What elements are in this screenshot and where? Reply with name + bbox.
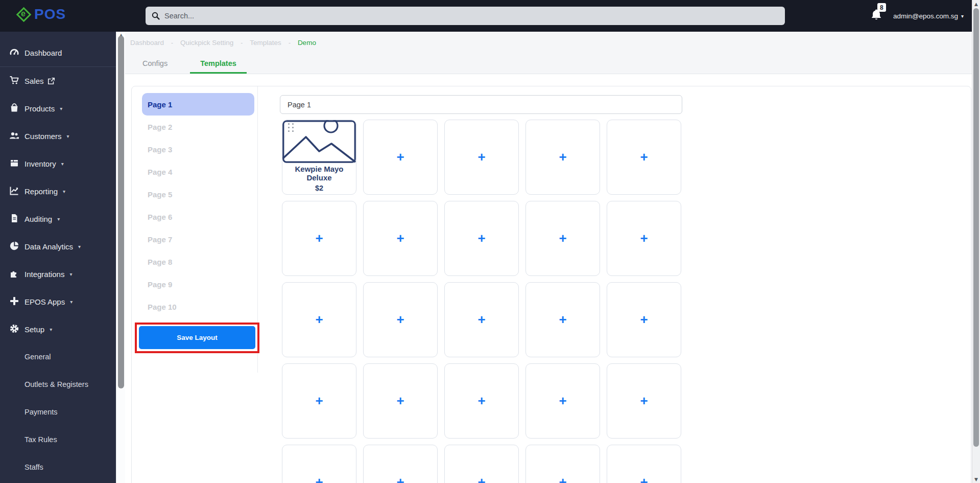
chart-icon (9, 186, 20, 197)
page-name-input[interactable] (280, 95, 682, 114)
empty-tile-add[interactable]: + (363, 201, 438, 276)
page-list-item-4[interactable]: Page 4 (142, 160, 254, 183)
breadcrumb-item-quickpick-setting[interactable]: Quickpick Setting (180, 39, 233, 47)
empty-tile-add[interactable]: + (444, 282, 519, 357)
sidebar-item-label: Auditing (25, 215, 52, 223)
sidebar-nav: DashboardSalesProducts▾Customers▾Invento… (0, 32, 116, 483)
sidebar-item-label: Setup (25, 325, 44, 334)
empty-tile-add[interactable]: + (607, 445, 681, 483)
search-input[interactable] (164, 12, 779, 20)
sidebar-item-epos-apps[interactable]: EPOS Apps▾ (0, 288, 116, 315)
sidebar-item-auditing[interactable]: Auditing▾ (0, 205, 116, 233)
chevron-down-icon: ▾ (63, 189, 65, 194)
chevron-down-icon: ▾ (69, 271, 72, 277)
empty-tile-add[interactable]: + (607, 120, 681, 195)
browser-scrollbar[interactable]: ▲ ▼ (972, 0, 980, 483)
sidebar-item-sales[interactable]: Sales (0, 67, 116, 95)
sidebar-item-setup[interactable]: Setup▾ (0, 315, 116, 343)
page-list-item-3[interactable]: Page 3 (142, 138, 254, 160)
browser-scrollbar-thumb[interactable] (973, 8, 979, 447)
add-plus-icon: + (526, 201, 600, 275)
scrollbar-up-arrow-icon[interactable]: ▲ (972, 2, 980, 7)
empty-tile-add[interactable]: + (363, 120, 438, 195)
sidebar-subitem-staffs[interactable]: Staffs (0, 453, 116, 481)
empty-tile-add[interactable]: + (363, 445, 438, 483)
breadcrumb-item-templates[interactable]: Templates (250, 39, 281, 47)
empty-tile-add[interactable]: + (444, 120, 519, 195)
page-list-item-7[interactable]: Page 7 (142, 228, 254, 250)
add-plus-icon: + (282, 201, 356, 275)
chevron-down-icon: ▾ (61, 161, 64, 167)
empty-tile-add[interactable]: + (444, 201, 519, 276)
add-plus-icon: + (364, 445, 437, 483)
user-account-menu[interactable]: admin@epos.com.sg ▾ (893, 12, 964, 20)
product-tile[interactable]: Kewpie Mayo Deluxe $2 (282, 120, 356, 195)
empty-tile-add[interactable]: + (525, 282, 600, 357)
add-plus-icon: + (364, 120, 437, 194)
page-list-item-10[interactable]: Page 10 (142, 295, 254, 318)
sidebar-subitem-general[interactable]: General (0, 343, 116, 371)
page-list-item-8[interactable]: Page 8 (142, 250, 254, 273)
sidebar-item-data-analytics[interactable]: Data Analytics▾ (0, 233, 116, 260)
empty-tile-add[interactable]: + (525, 201, 600, 276)
empty-tile-add[interactable]: + (525, 445, 600, 483)
empty-tile-add[interactable]: + (607, 201, 681, 276)
sidebar-item-dashboard[interactable]: Dashboard (0, 39, 116, 66)
empty-tile-add[interactable]: + (607, 363, 681, 439)
epos-logo[interactable]: e POS (18, 7, 66, 21)
tab-configs[interactable]: Configs (132, 54, 178, 74)
sidebar-item-reporting[interactable]: Reporting▾ (0, 177, 116, 205)
add-plus-icon: + (526, 120, 600, 194)
add-plus-icon: + (526, 283, 600, 357)
sidebar-item-integrations[interactable]: Integrations▾ (0, 260, 116, 288)
tab-templates[interactable]: Templates (190, 54, 247, 74)
sidebar-item-products[interactable]: Products▾ (0, 95, 116, 122)
sidebar-subitem-outlets-registers[interactable]: Outlets & Registers (0, 371, 116, 398)
add-plus-icon: + (526, 364, 600, 438)
sidebar-item-label: EPOS Apps (25, 297, 65, 306)
add-plus-icon: + (282, 364, 356, 438)
content-scrollbar[interactable]: ▲ (116, 32, 125, 483)
empty-tile-add[interactable]: + (525, 363, 600, 439)
sidebar-item-label: Data Analytics (25, 242, 73, 251)
add-plus-icon: + (445, 445, 518, 483)
tab-bar: ConfigsTemplates (125, 54, 247, 74)
empty-tile-add[interactable]: + (444, 363, 519, 439)
page-list-item-5[interactable]: Page 5 (142, 183, 254, 205)
sidebar-subitem-label: Outlets & Registers (25, 380, 88, 388)
page-list-item-1[interactable]: Page 1 (142, 93, 254, 116)
empty-tile-add[interactable]: + (525, 120, 600, 195)
content-scrollbar-thumb[interactable] (118, 36, 124, 388)
save-layout-button[interactable]: Save Layout (139, 326, 255, 349)
global-search[interactable] (146, 7, 785, 25)
sidebar-subitem-label: General (25, 353, 51, 361)
sidebar-subitem-payments[interactable]: Payments (0, 398, 116, 426)
sidebar-item-customers[interactable]: Customers▾ (0, 122, 116, 150)
page-list-item-2[interactable]: Page 2 (142, 116, 254, 138)
empty-tile-add[interactable]: + (363, 282, 438, 357)
sidebar-subitem-label: Staffs (25, 463, 43, 471)
page-list-item-6[interactable]: Page 6 (142, 205, 254, 228)
sidebar-subitem-tax-rules[interactable]: Tax Rules (0, 426, 116, 453)
add-plus-icon: + (282, 445, 356, 483)
empty-tile-add[interactable]: + (282, 282, 356, 357)
sidebar-subitem-label: Payments (25, 408, 57, 416)
empty-tile-add[interactable]: + (607, 282, 681, 357)
page-list-item-9[interactable]: Page 9 (142, 273, 254, 295)
add-plus-icon: + (364, 364, 437, 438)
dashboard-icon (9, 47, 20, 59)
drag-handle-icon[interactable] (288, 123, 294, 132)
empty-tile-add[interactable]: + (282, 363, 356, 439)
sidebar-item-inventory[interactable]: Inventory▾ (0, 150, 116, 177)
breadcrumb-separator: - (171, 39, 173, 47)
quickpick-templates-page: e POS 8 admin@epos.com.sg ▾ D (0, 0, 980, 483)
breadcrumb-item-dashboard[interactable]: Dashboard (130, 39, 164, 47)
scrollbar-down-arrow-icon[interactable]: ▼ (972, 477, 980, 482)
empty-tile-add[interactable]: + (444, 445, 519, 483)
notifications-button[interactable]: 8 (871, 9, 882, 23)
empty-tile-add[interactable]: + (282, 201, 356, 276)
gear-icon (9, 324, 20, 335)
empty-tile-add[interactable]: + (363, 363, 438, 439)
sidebar-item-label: Products (25, 104, 55, 113)
empty-tile-add[interactable]: + (282, 445, 356, 483)
